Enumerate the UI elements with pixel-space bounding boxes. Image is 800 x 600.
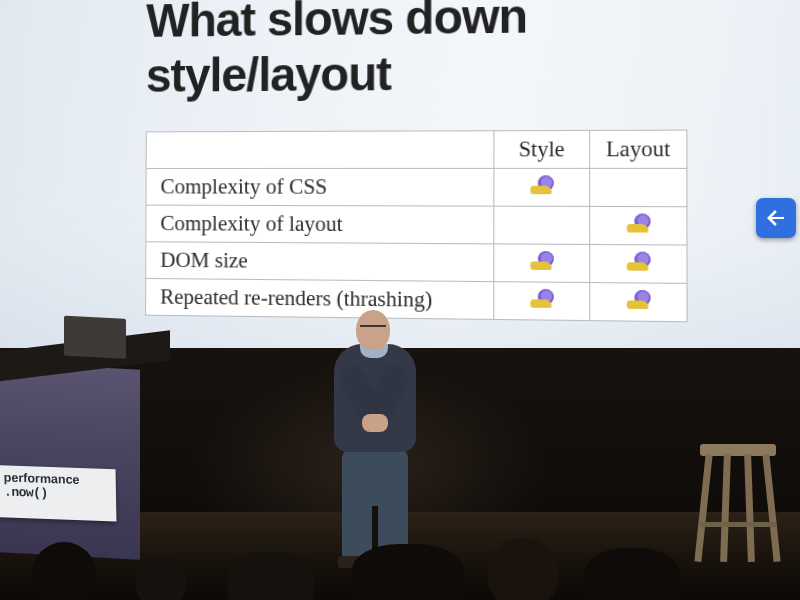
audience-head [32,542,96,600]
table-body: Complexity of CSS Complexity of layout D… [146,168,687,321]
snail-icon [626,252,650,271]
cell-layout [590,283,687,322]
cell-style [494,206,590,244]
audience-head [136,554,186,600]
presenter [312,310,432,566]
audience-head [584,548,680,600]
lectern-sign-line2: .now() [4,485,108,503]
audience-head [352,544,464,600]
row-label: Complexity of layout [146,205,494,244]
cell-style [494,282,590,321]
table-row: Complexity of CSS [146,168,687,206]
col-layout: Layout [590,130,687,168]
cell-style [494,168,590,206]
audience-head [228,552,314,600]
row-label: Complexity of CSS [146,168,494,206]
row-label: DOM size [146,242,494,282]
cell-layout [590,206,687,245]
snail-icon [626,290,650,309]
arrow-left-icon [764,206,788,230]
table-row: Complexity of layout [146,205,687,245]
stage: performance .now() [0,348,800,600]
snail-icon [530,175,553,194]
table-stub [146,131,494,169]
laptop-icon [64,316,126,359]
snail-icon [530,251,553,270]
slide-title: What slows down style/layout [146,0,775,103]
slide-table: Style Layout Complexity of CSS Complexit… [145,130,688,323]
lectern: performance .now() [0,362,140,559]
col-style: Style [494,130,590,168]
cell-layout [590,168,687,206]
snail-icon [626,213,650,232]
snail-icon [530,289,553,308]
cell-style [494,244,590,283]
audience-head [488,538,558,600]
stool [694,444,782,564]
back-arrow-button[interactable] [756,198,796,238]
table-row: DOM size [146,242,687,284]
cell-layout [590,244,687,283]
lectern-sign: performance .now() [0,465,116,521]
